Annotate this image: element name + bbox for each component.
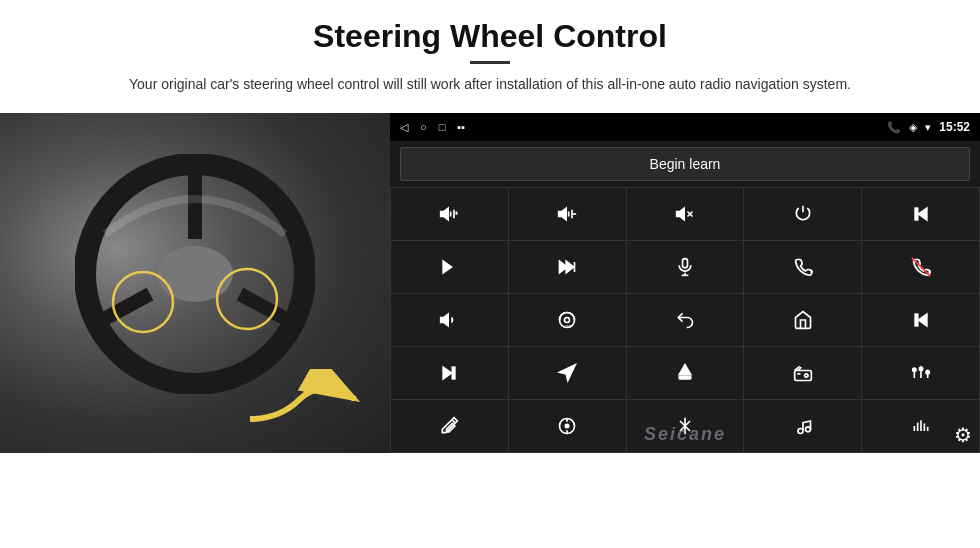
phone-accept-button[interactable] xyxy=(744,241,861,293)
steering-wheel-panel xyxy=(0,113,390,453)
svg-text:360°: 360° xyxy=(565,324,574,329)
arrow-indicator xyxy=(240,369,370,438)
pen-button[interactable] xyxy=(391,400,508,452)
fast-forward-button[interactable] xyxy=(391,347,508,399)
subtitle: Your original car's steering wheel contr… xyxy=(100,74,880,95)
begin-learn-button[interactable]: Begin learn xyxy=(400,147,970,181)
home-circle-icon[interactable]: ○ xyxy=(420,121,427,133)
camera-360-button[interactable]: 360° xyxy=(509,294,626,346)
power-button[interactable] xyxy=(744,188,861,240)
navigate-button[interactable] xyxy=(509,347,626,399)
gear-settings-icon[interactable]: ⚙ xyxy=(954,423,972,447)
svg-marker-38 xyxy=(560,365,576,381)
steering-wheel xyxy=(75,154,315,398)
header-section: Steering Wheel Control Your original car… xyxy=(0,0,980,105)
begin-learn-row: Begin learn xyxy=(390,141,980,187)
svg-rect-40 xyxy=(679,376,691,379)
eject-button[interactable] xyxy=(627,347,744,399)
svg-point-31 xyxy=(565,318,570,323)
svg-line-52 xyxy=(453,420,456,423)
svg-point-49 xyxy=(912,368,915,371)
svg-marker-30 xyxy=(441,314,449,326)
equalizer-button[interactable] xyxy=(862,347,979,399)
svg-marker-13 xyxy=(559,208,567,220)
skip-back-button[interactable] xyxy=(862,294,979,346)
svg-marker-35 xyxy=(918,314,926,326)
vol-up-button[interactable] xyxy=(391,188,508,240)
time-display: 15:52 xyxy=(939,120,970,134)
location-status-icon: ◈ xyxy=(909,121,917,134)
speaker-button[interactable] xyxy=(391,294,508,346)
svg-marker-24 xyxy=(566,261,574,273)
home-button[interactable] xyxy=(744,294,861,346)
back-arrow-icon[interactable]: ◁ xyxy=(400,121,408,134)
notif-icon: ▪▪ xyxy=(457,121,465,133)
svg-marker-22 xyxy=(444,261,452,273)
svg-point-42 xyxy=(804,374,807,377)
svg-point-54 xyxy=(566,424,569,427)
svg-rect-26 xyxy=(682,259,687,268)
svg-marker-17 xyxy=(677,208,685,220)
content-row: ◁ ○ □ ▪▪ 📞 ◈ ▾ 15:52 Begin learn xyxy=(0,113,980,548)
android-panel: ◁ ○ □ ▪▪ 📞 ◈ ▾ 15:52 Begin learn xyxy=(390,113,980,453)
phone-status-icon: 📞 xyxy=(887,121,901,134)
arrow-svg xyxy=(240,369,370,434)
phone-end-button[interactable] xyxy=(862,241,979,293)
ff-button[interactable] xyxy=(509,241,626,293)
status-left: ◁ ○ □ ▪▪ xyxy=(400,121,465,134)
svg-marker-39 xyxy=(679,365,691,375)
prev-track-button[interactable] xyxy=(862,188,979,240)
svg-marker-36 xyxy=(444,367,452,379)
svg-point-4 xyxy=(157,246,233,302)
music-button[interactable] xyxy=(744,400,861,452)
svg-rect-37 xyxy=(453,367,456,379)
page-container: Steering Wheel Control Your original car… xyxy=(0,0,980,548)
svg-point-50 xyxy=(919,367,922,370)
wheel-svg xyxy=(75,154,315,394)
svg-rect-21 xyxy=(915,208,918,220)
svg-marker-20 xyxy=(918,208,926,220)
status-bar: ◁ ○ □ ▪▪ 📞 ◈ ▾ 15:52 xyxy=(390,113,980,141)
mute-button[interactable] xyxy=(627,188,744,240)
svg-line-2 xyxy=(95,294,150,324)
wifi-status-icon: ▾ xyxy=(925,121,931,134)
settings-dial-button[interactable] xyxy=(509,400,626,452)
bluetooth-button[interactable] xyxy=(627,400,744,452)
title-divider xyxy=(470,61,510,64)
next-track-button[interactable] xyxy=(391,241,508,293)
page-title: Steering Wheel Control xyxy=(60,18,920,55)
svg-marker-8 xyxy=(441,208,449,220)
status-right: 📞 ◈ ▾ 15:52 xyxy=(887,120,970,134)
microphone-button[interactable] xyxy=(627,241,744,293)
back-button[interactable] xyxy=(627,294,744,346)
vol-down-button[interactable] xyxy=(509,188,626,240)
control-grid: 360° xyxy=(390,187,980,453)
svg-point-51 xyxy=(926,371,929,374)
recents-icon[interactable]: □ xyxy=(439,121,446,133)
radio-button[interactable] xyxy=(744,347,861,399)
